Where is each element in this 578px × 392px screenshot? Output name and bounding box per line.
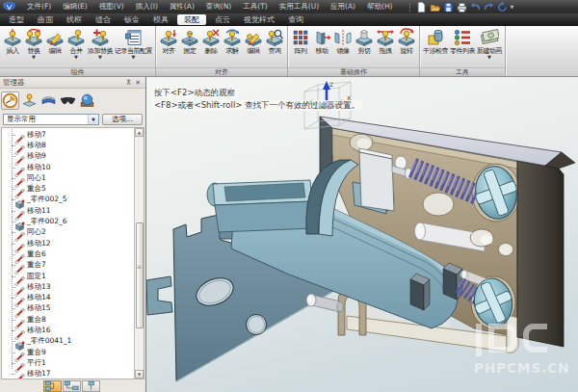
- filter-combobox[interactable]: 显示常用 ▼: [3, 114, 99, 125]
- ribbon-button[interactable]: 合并▼: [66, 27, 87, 59]
- undo-icon[interactable]: [470, 2, 481, 13]
- merge-component-icon: [66, 28, 86, 47]
- viewport[interactable]: 按下<F2>动态的观察 <F8>或者<Shift-roll> 查找下一个有效的过…: [146, 77, 578, 392]
- menu-item[interactable]: 实用工具(U): [274, 0, 325, 13]
- constraint-icon: [14, 249, 25, 259]
- ribbon-button[interactable]: 拖拽: [375, 27, 396, 59]
- ribbon-button[interactable]: 编辑: [44, 27, 66, 59]
- tree-item[interactable]: 重合5: [2, 183, 133, 194]
- tree-item[interactable]: 移动10: [2, 162, 133, 172]
- tree-vertical-button[interactable]: [82, 380, 100, 392]
- tree-item[interactable]: 固定1: [2, 271, 133, 281]
- ribbon-button[interactable]: 查询: [264, 27, 285, 59]
- tree-item[interactable]: 重合6: [2, 248, 133, 259]
- tree-item[interactable]: 移动14: [2, 292, 133, 302]
- pin-icon[interactable]: ⊼: [124, 79, 133, 87]
- ribbon-tab-item[interactable]: 点云: [208, 14, 237, 26]
- menu-item[interactable]: 工具(T): [237, 0, 273, 13]
- ribbon-button[interactable]: 固定: [179, 27, 200, 59]
- menu-item[interactable]: 属性(A): [164, 0, 200, 13]
- tree-item[interactable]: _零件002_6: [2, 216, 133, 226]
- ribbon-tab-item[interactable]: 造型: [2, 14, 31, 26]
- tree-item[interactable]: 移动16: [2, 325, 133, 335]
- panel-tab-visualize[interactable]: [59, 91, 77, 110]
- tree-item[interactable]: 移动15: [2, 303, 133, 314]
- panel-tab-library[interactable]: [39, 91, 58, 110]
- tree-item[interactable]: 移动8: [2, 140, 133, 150]
- tree-item[interactable]: 移动7: [2, 129, 133, 140]
- tree-item[interactable]: 同心1: [2, 172, 133, 183]
- options-button[interactable]: 选项...: [102, 114, 143, 125]
- scroll-down-icon[interactable]: ▼: [135, 370, 144, 379]
- menu-item[interactable]: 插入(I): [130, 0, 164, 13]
- scroll-up-icon[interactable]: ▲: [135, 128, 144, 137]
- tree-item[interactable]: 重合8: [2, 314, 133, 325]
- save-icon[interactable]: [443, 2, 454, 13]
- tree-compact-button[interactable]: [43, 380, 62, 392]
- add-replace-icon: [91, 28, 110, 47]
- ribbon-tab-item[interactable]: 模具: [146, 14, 175, 26]
- constraint-icon: [14, 326, 25, 335]
- ribbon-button[interactable]: 添加替换▼: [87, 27, 114, 59]
- tree-item[interactable]: 重合9: [2, 347, 133, 357]
- print-icon[interactable]: [457, 2, 467, 13]
- ribbon-button[interactable]: 编辑: [243, 27, 264, 59]
- open-file-icon[interactable]: [430, 2, 440, 13]
- tree-item[interactable]: 移动11: [2, 205, 133, 216]
- redo-icon[interactable]: [484, 2, 494, 13]
- tree-item[interactable]: 移动12: [2, 238, 133, 248]
- ribbon-button[interactable]: 记录当前配置▼: [114, 27, 153, 59]
- ribbon-button[interactable]: 新建动画▼: [476, 27, 503, 59]
- ribbon-button[interactable]: 替换▼: [23, 27, 44, 59]
- ribbon-button[interactable]: 剪切: [354, 27, 375, 59]
- ribbon-tab-item[interactable]: 曲面: [31, 14, 60, 26]
- tree-scrollbar[interactable]: ▲ ▼: [134, 128, 144, 379]
- tree-item[interactable]: 移动17: [2, 369, 133, 379]
- new-file-icon[interactable]: [416, 2, 427, 13]
- close-icon[interactable]: ✕: [133, 79, 143, 87]
- ribbon-tab-item[interactable]: 缝合: [89, 14, 118, 26]
- ribbon-tab-item[interactable]: 视觉样式: [237, 14, 281, 26]
- ribbon-tab-item[interactable]: 线框: [60, 14, 89, 26]
- menu-item[interactable]: 视图(V): [93, 0, 130, 13]
- ribbon-button[interactable]: 删除: [200, 27, 222, 59]
- menu-item[interactable]: 应用(A): [325, 0, 361, 13]
- left-tab-part[interactable]: [146, 276, 172, 315]
- tree-item[interactable]: 移动13: [2, 281, 133, 292]
- panel-tab-assembly-manager[interactable]: [20, 91, 39, 110]
- tree-horizontal-button[interactable]: [63, 380, 81, 392]
- ribbon-button[interactable]: 对齐: [158, 27, 179, 59]
- ribbon-button[interactable]: 求解: [222, 27, 243, 59]
- panel-tab-history-manager[interactable]: [1, 91, 19, 110]
- 3d-model-canvas[interactable]: Z X PHPCMS.CN: [146, 77, 578, 392]
- menu-item[interactable]: 查询(N): [200, 0, 237, 13]
- tree-item[interactable]: _零件0041_1: [2, 336, 133, 347]
- chevron-down-icon[interactable]: ▼: [88, 115, 98, 124]
- tree-item[interactable]: 移动9: [2, 151, 133, 162]
- constraint-icon: [14, 163, 25, 172]
- menu-item[interactable]: 编辑(E): [57, 0, 93, 13]
- panel-tab-render-sphere[interactable]: [78, 91, 96, 110]
- tree-item[interactable]: 平行1: [2, 357, 133, 368]
- ribbon-tab-item[interactable]: 钣金: [118, 14, 146, 26]
- ribbon-button[interactable]: 镜像: [332, 27, 354, 59]
- tree-item[interactable]: 重合7: [2, 260, 133, 271]
- constraint-icon: [14, 272, 25, 281]
- ribbon-button[interactable]: 插入: [2, 27, 23, 59]
- menu-item[interactable]: 帮助(H): [361, 0, 399, 13]
- toolbar-overflow-icon[interactable]: ▼: [511, 4, 514, 10]
- ribbon-button[interactable]: 干涉检查: [422, 27, 449, 59]
- ribbon-tab-item[interactable]: 查询: [281, 14, 310, 26]
- menu-item[interactable]: 文件(F): [21, 0, 57, 13]
- ribbon-button[interactable]: 旋转: [396, 27, 417, 59]
- tree-item[interactable]: _零件002_5: [2, 195, 133, 205]
- constraint-icon: [14, 348, 25, 357]
- ribbon-button[interactable]: 移动: [311, 27, 332, 59]
- tree-item[interactable]: 同心2: [2, 227, 133, 238]
- refresh-icon[interactable]: [497, 2, 508, 13]
- ribbon-tab-active[interactable]: 装配: [177, 14, 206, 25]
- watermark-text: PHPCMS.CN: [474, 360, 570, 376]
- ribbon-button[interactable]: 阵列: [290, 27, 311, 59]
- ribbon-button[interactable]: 零件列表: [449, 27, 476, 59]
- scrollbar-thumb[interactable]: [136, 222, 144, 328]
